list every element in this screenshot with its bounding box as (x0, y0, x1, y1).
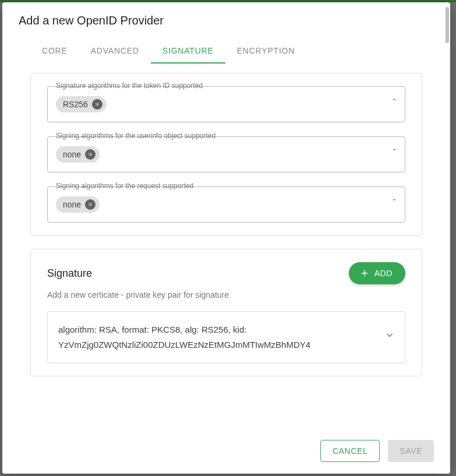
request-alg-field: Signing algorithms for the request suppo… (47, 186, 405, 223)
chip-label: none (63, 200, 81, 209)
userinfo-alg-field: Signing algorithms for the userinfo obje… (47, 136, 405, 172)
signature-heading: Signature (47, 267, 92, 280)
chip-remove-icon[interactable] (85, 149, 96, 160)
certificate-item[interactable]: algorithm: RSA, format: PKCS8, alg: RS25… (47, 311, 405, 363)
add-button-label: ADD (374, 269, 393, 278)
signature-panel-header: Signature ADD (47, 262, 405, 284)
add-certificate-button[interactable]: ADD (349, 262, 405, 284)
chip-label: RS256 (63, 100, 88, 109)
signature-subtext: Add a new certicate - private key pair f… (47, 290, 405, 299)
cancel-button[interactable]: CANCEL (320, 440, 380, 462)
chip-remove-icon[interactable] (92, 99, 102, 110)
chevron-down-icon (391, 145, 398, 156)
chevron-down-icon (391, 195, 398, 206)
userinfo-alg-select[interactable]: none (47, 136, 405, 172)
openid-provider-dialog: Add a new OpenID Provider CORE ADVANCED … (2, 2, 450, 474)
token-id-alg-select[interactable]: RS256 (47, 86, 405, 122)
dialog-actions: CANCEL SAVE (2, 428, 450, 474)
signature-panel: Signature ADD Add a new certicate - priv… (30, 249, 422, 376)
dialog-title: Add a new OpenID Provider (2, 2, 450, 40)
tab-core[interactable]: CORE (30, 40, 79, 64)
dialog-content: Signature algorithms for the token ID su… (2, 64, 450, 428)
save-button: SAVE (388, 440, 434, 462)
chip-remove-icon[interactable] (85, 199, 96, 210)
request-alg-select[interactable]: none (47, 186, 405, 223)
chip-rs256: RS256 (56, 96, 107, 112)
chevron-down-icon (391, 95, 398, 105)
token-id-alg-field: Signature algorithms for the token ID su… (47, 86, 405, 122)
chevron-down-icon (384, 329, 395, 345)
certificate-text: algorithm: RSA, format: PKCS8, alg: RS25… (58, 325, 310, 350)
chip-label: none (63, 150, 81, 159)
chip-none: none (56, 196, 100, 213)
tab-advanced[interactable]: ADVANCED (79, 40, 151, 64)
algorithms-panel: Signature algorithms for the token ID su… (30, 73, 422, 236)
scrollbar-thumb[interactable] (446, 7, 449, 43)
plus-icon (359, 268, 370, 278)
tab-bar: CORE ADVANCED SIGNATURE ENCRYPTION (2, 40, 450, 64)
chip-none: none (56, 146, 100, 163)
tab-signature[interactable]: SIGNATURE (151, 40, 225, 64)
tab-encryption[interactable]: ENCRYPTION (225, 40, 307, 64)
